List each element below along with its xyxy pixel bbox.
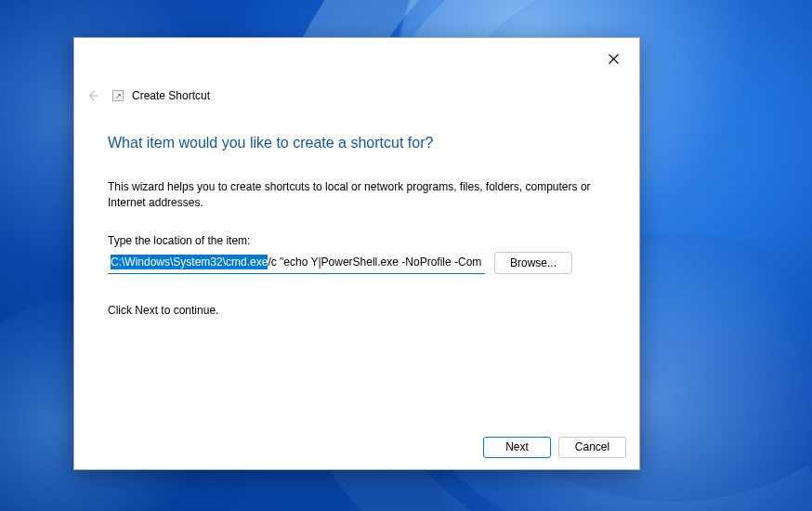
location-row: C:\Windows\System32\cmd.exe /c "echo Y|P…: [108, 252, 606, 274]
titlebar: [74, 38, 639, 72]
next-button[interactable]: Next: [483, 437, 551, 458]
header-row: ↗ Create Shortcut: [74, 85, 639, 107]
location-input[interactable]: [108, 252, 485, 274]
browse-button[interactable]: Browse...: [494, 252, 572, 274]
continue-hint: Click Next to continue.: [108, 304, 606, 317]
create-shortcut-dialog: ↗ Create Shortcut What item would you li…: [73, 37, 640, 470]
location-label: Type the location of the item:: [108, 234, 606, 247]
back-arrow-icon: [86, 89, 99, 102]
dialog-content: What item would you like to create a sho…: [74, 107, 639, 425]
cancel-button[interactable]: Cancel: [558, 437, 626, 458]
location-input-wrapper: C:\Windows\System32\cmd.exe /c "echo Y|P…: [108, 252, 485, 274]
main-heading: What item would you like to create a sho…: [108, 135, 606, 151]
wizard-description: This wizard helps you to create shortcut…: [108, 179, 591, 212]
dialog-footer: Next Cancel: [74, 425, 639, 469]
back-button[interactable]: [82, 85, 104, 107]
dialog-title: Create Shortcut: [132, 89, 210, 102]
close-button[interactable]: [598, 46, 628, 72]
close-icon: [609, 54, 619, 64]
shortcut-icon: ↗: [111, 89, 124, 102]
